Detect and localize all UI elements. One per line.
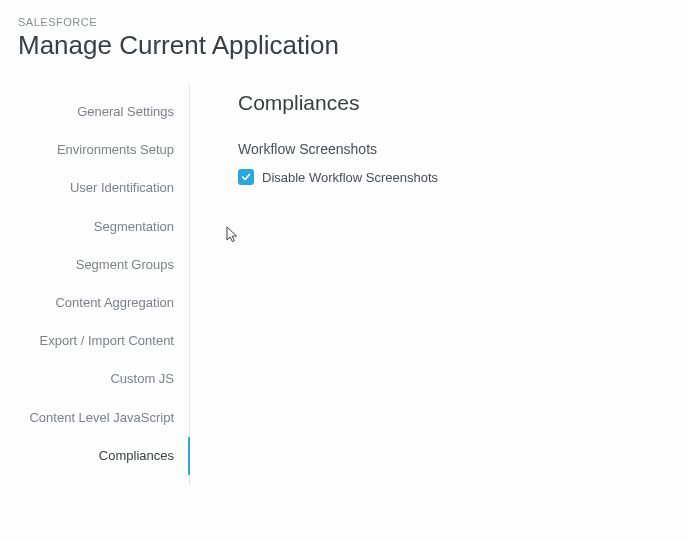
sidebar-item-compliances[interactable]: Compliances [18,437,190,475]
sidebar-item-user-identification[interactable]: User Identification [18,169,190,207]
sidebar-item-general-settings[interactable]: General Settings [18,93,190,131]
section-title: Compliances [238,91,670,115]
sidebar-item-content-level-javascript[interactable]: Content Level JavaScript [18,399,190,437]
content-pane: Compliances Workflow Screenshots Disable… [190,85,670,485]
breadcrumb-app: SALESFORCE [18,16,670,28]
workflow-screenshots-heading: Workflow Screenshots [238,141,670,157]
sidebar-list: General Settings Environments Setup User… [18,93,189,475]
page-title: Manage Current Application [18,30,670,61]
settings-sidebar: General Settings Environments Setup User… [18,85,190,485]
sidebar-item-content-aggregation[interactable]: Content Aggregation [18,284,190,322]
sidebar-item-segmentation[interactable]: Segmentation [18,208,190,246]
sidebar-item-segment-groups[interactable]: Segment Groups [18,246,190,284]
sidebar-item-environments-setup[interactable]: Environments Setup [18,131,190,169]
sidebar-item-custom-js[interactable]: Custom JS [18,360,190,398]
check-icon [241,172,251,182]
disable-workflow-screenshots-checkbox[interactable] [238,169,254,185]
disable-workflow-screenshots-label: Disable Workflow Screenshots [262,170,438,185]
sidebar-item-export-import-content[interactable]: Export / Import Content [18,322,190,360]
disable-workflow-screenshots-row: Disable Workflow Screenshots [238,169,670,185]
